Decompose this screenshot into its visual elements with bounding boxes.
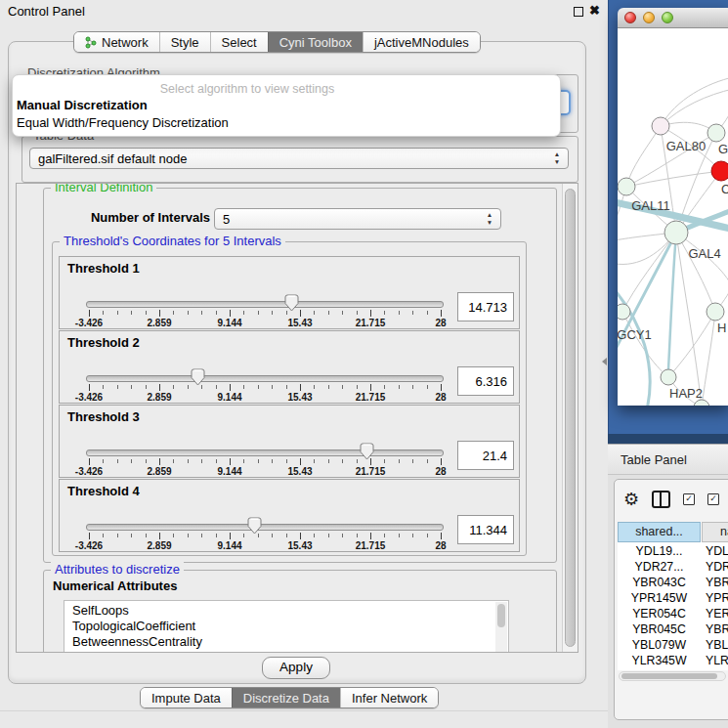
table-row-yil052c[interactable]: YIL052CYIL0 — [618, 668, 728, 670]
list-scrollbar[interactable] — [495, 602, 507, 653]
tab-select[interactable]: Select — [210, 32, 268, 52]
slider-thumb[interactable] — [284, 294, 299, 312]
cell-name[interactable]: YDL1 — [702, 543, 728, 559]
network-edge[interactable] — [702, 312, 715, 406]
cell-shared-name[interactable]: YDR27... — [618, 559, 701, 575]
threshold-value-field[interactable]: 11.344 — [457, 515, 514, 544]
list-item-betweennesscentrality[interactable]: BetweennessCentrality — [64, 634, 508, 650]
threshold-value-field[interactable]: 21.4 — [457, 441, 514, 470]
slider-thumb[interactable] — [360, 443, 374, 460]
cell-shared-name[interactable]: YER054C — [618, 606, 701, 621]
network-edge[interactable] — [661, 89, 728, 126]
mac-zoom-icon[interactable] — [662, 12, 673, 23]
slider-track[interactable] — [86, 301, 444, 308]
cell-shared-name[interactable]: YLR345W — [618, 653, 701, 668]
cell-name[interactable]: YBR0 — [702, 621, 728, 637]
mac-minimize-icon[interactable] — [643, 12, 655, 23]
node-label-gal11: GAL11 — [631, 198, 670, 213]
network-node-gal4[interactable] — [664, 221, 688, 244]
columns-icon[interactable] — [652, 491, 670, 508]
panel-scrollbar-thumb[interactable] — [565, 189, 576, 647]
slider-tick — [103, 385, 104, 389]
threshold-slider[interactable]: -3.4262.8599.14415.4321.71528 — [89, 368, 441, 402]
cell-shared-name[interactable]: YDL19... — [618, 543, 701, 559]
splitter-collapse-icon[interactable] — [598, 358, 607, 365]
tab-jactivemnodules[interactable]: jActiveMNodules — [363, 32, 480, 52]
network-node-gal80[interactable] — [652, 117, 669, 135]
list-item-topologicalcoefficient[interactable]: TopologicalCoefficient — [64, 619, 508, 634]
column-header-shared-name[interactable]: shared... — [618, 522, 701, 542]
slider-thumb[interactable] — [247, 517, 262, 535]
panel-scrollbar[interactable] — [562, 184, 578, 652]
tab-discretize-data[interactable]: Discretize Data — [232, 688, 340, 707]
cell-name[interactable]: YPR1 — [702, 590, 728, 606]
slider-track[interactable] — [86, 375, 444, 382]
table-data-combobox[interactable]: galFiltered.sif default node ▲▼ — [29, 148, 569, 169]
network-node-node-g[interactable] — [707, 124, 725, 142]
network-edge-highlighted[interactable] — [618, 284, 650, 406]
table-row-ybl079w[interactable]: YBL079WYBL0 — [618, 637, 728, 653]
network-node-node-h[interactable] — [707, 303, 724, 321]
table-horizontal-scrollbar[interactable] — [619, 671, 726, 681]
table-row-ypr145w[interactable]: YPR145WYPR1 — [618, 590, 728, 606]
select-none-check-icon[interactable]: ✓ — [707, 493, 719, 505]
cell-name[interactable]: YBR0 — [702, 575, 728, 590]
mac-close-icon[interactable] — [624, 12, 636, 23]
cell-shared-name[interactable]: YBR043C — [618, 575, 701, 590]
node-label-hap2: HAP2 — [669, 386, 703, 401]
threshold-value-field[interactable]: 6.316 — [457, 366, 514, 396]
network-node-gcy1[interactable] — [618, 304, 630, 320]
network-canvas[interactable]: GAL80GCGAL11GAL4GCY1HHAP2 — [618, 28, 728, 406]
gear-icon[interactable]: ⚙ — [623, 490, 639, 509]
cell-shared-name[interactable]: YBR045C — [618, 621, 701, 637]
table-row-ydl19[interactable]: YDL19...YDL1 — [618, 543, 728, 559]
tab-network[interactable]: Network — [74, 32, 159, 52]
slider-tick — [441, 458, 442, 465]
list-item-selfloops[interactable]: SelfLoops — [64, 603, 508, 619]
cell-shared-name[interactable]: YPR145W — [618, 590, 701, 606]
table-row-yer054c[interactable]: YER054CYER0 — [618, 606, 728, 621]
select-all-check-icon[interactable]: ✓ — [683, 493, 695, 505]
network-node-hap2[interactable] — [661, 369, 676, 385]
network-window-titlebar[interactable] — [618, 8, 728, 28]
threshold-slider[interactable]: -3.4262.8599.14415.4321.71528 — [89, 294, 441, 327]
dropdown-option-manual-discretization[interactable]: Manual Discretization — [17, 98, 148, 112]
cell-shared-name[interactable]: YBL079W — [618, 637, 701, 653]
threshold-slider[interactable]: -3.4262.8599.14415.4321.71528 — [89, 517, 441, 550]
slider-tick — [399, 459, 400, 463]
tab-impute-data[interactable]: Impute Data — [141, 688, 232, 707]
tab-style[interactable]: Style — [159, 32, 210, 52]
cell-name[interactable]: YDR2 — [702, 559, 728, 575]
dropdown-option-equal-width-frequency-discretization[interactable]: Equal Width/Frequency Discretization — [17, 115, 229, 130]
slider-track[interactable] — [86, 524, 444, 531]
network-node-node-red[interactable] — [711, 161, 728, 181]
network-node-gal11[interactable] — [618, 178, 635, 195]
network-edge[interactable] — [661, 77, 728, 126]
thresholds-group-title: Threshold's Coordinates for 5 Intervals — [60, 234, 285, 248]
close-icon[interactable]: ✖ — [589, 3, 600, 18]
tab-infer-network[interactable]: Infer Network — [340, 688, 438, 707]
cell-shared-name[interactable]: YIL052C — [618, 668, 701, 670]
table-row-ylr345w[interactable]: YLR345WYLR3 — [618, 653, 728, 668]
cell-name[interactable]: YIL0 — [702, 668, 728, 670]
cell-name[interactable]: YER0 — [702, 606, 728, 621]
slider-track[interactable] — [86, 450, 444, 456]
slider-tick-label: 28 — [435, 466, 446, 477]
network-edge-highlighted[interactable] — [668, 233, 676, 369]
slider-thumb[interactable] — [191, 368, 205, 386]
network-edge[interactable] — [668, 312, 715, 377]
number-of-intervals-combobox[interactable]: 5 ▲▼ — [214, 208, 501, 230]
table-row-ybr045c[interactable]: YBR045CYBR0 — [618, 621, 728, 637]
table-row-ybr043c[interactable]: YBR043CYBR0 — [618, 575, 728, 590]
network-edge[interactable] — [622, 233, 676, 312]
threshold-value-field[interactable]: 14.713 — [457, 292, 514, 321]
apply-button[interactable]: Apply — [262, 657, 330, 679]
slider-tick — [427, 311, 428, 315]
column-header-name[interactable]: name — [702, 522, 728, 542]
cell-name[interactable]: YLR3 — [702, 653, 728, 668]
float-window-icon[interactable] — [574, 7, 583, 17]
threshold-slider[interactable]: -3.4262.8599.14415.4321.71528 — [89, 443, 441, 476]
table-row-ydr27[interactable]: YDR27...YDR2 — [618, 559, 728, 575]
tab-cyni-toolbox[interactable]: Cyni Toolbox — [268, 32, 363, 52]
cell-name[interactable]: YBL0 — [702, 637, 728, 653]
